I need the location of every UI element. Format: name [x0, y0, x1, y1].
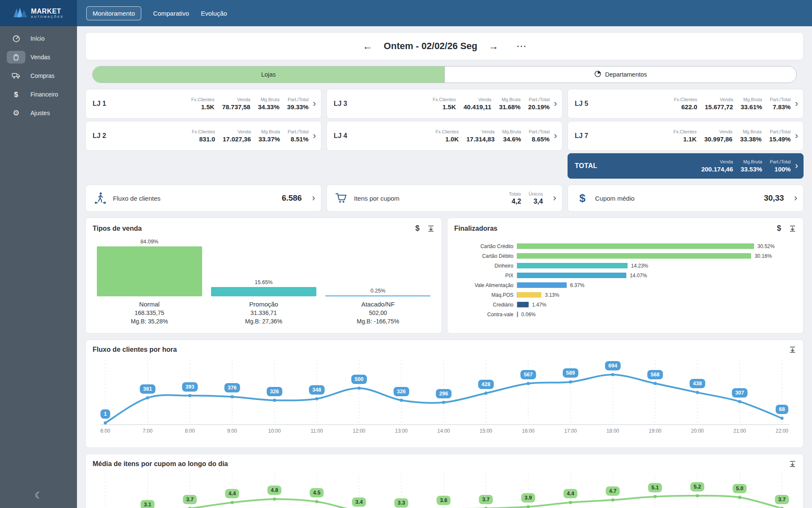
data-point-label: 694 [605, 361, 621, 370]
walking-person-icon [93, 192, 107, 204]
store-metric-label: Mg.Bruta [740, 129, 762, 134]
bar [517, 253, 751, 259]
store-name: LJ 5 [575, 100, 588, 108]
currency-toggle-icon[interactable]: $ [415, 224, 420, 233]
unicos-value: 3,4 [529, 198, 543, 205]
finalizadora-percent: 0.06% [521, 312, 536, 318]
store-metric-value: 200.174,46 [701, 166, 733, 173]
finalizadora-row-dinheiro: Dinheiro14.23% [454, 262, 796, 269]
export-icon[interactable] [789, 460, 796, 468]
data-point-label: 3.4 [352, 497, 366, 507]
data-point-label: 361 [140, 384, 156, 394]
main-content: ← Ontem - 02/02/26 Seg → ⋯ Lojas Dep [77, 26, 812, 508]
sidebar-item-label: Compras [30, 72, 55, 79]
data-point-label: 567 [521, 370, 536, 379]
sidebar-item-ajustes[interactable]: ⚙Ajustes [0, 104, 77, 122]
finalizadora-label: Dinheiro [454, 263, 517, 269]
export-icon[interactable] [789, 225, 796, 232]
data-point-label: 589 [563, 368, 579, 378]
cart-icon [335, 192, 348, 204]
store-metric-label: Mg.Bruta [499, 97, 521, 102]
data-point-label: 5.1 [648, 483, 662, 492]
currency-toggle-icon[interactable]: $ [777, 224, 781, 233]
finalizadora-row-pix: PIX14.07% [454, 272, 796, 279]
totais-value: 4,2 [509, 198, 521, 205]
brand-logo[interactable]: MARKET AUTOMAÇÕES [0, 0, 77, 26]
topbar-tab-comparativo[interactable]: Comparativo [153, 10, 189, 17]
finalizadora-percent: 1.47% [532, 302, 546, 308]
store-metric-value: 78.737,58 [222, 103, 250, 110]
more-options-button[interactable]: ⋯ [516, 41, 527, 51]
itens-por-cupom-card[interactable]: Itens por cupom Totais 4,2 Únicos 3,4 › [326, 185, 562, 212]
store-name: LJ 7 [575, 132, 588, 140]
total-card[interactable]: TOTALVenda200.174,46Mg.Bruta33.53%Part./… [568, 153, 804, 179]
gear-icon: ⚙ [7, 107, 25, 119]
bar [517, 312, 518, 317]
data-point-label: 1 [101, 409, 110, 419]
totais-label: Totais [509, 191, 521, 196]
fluxo-hora-card: Fluxo de clientes por hora 6:007:008:009… [85, 340, 804, 448]
bar [517, 282, 567, 288]
chart-title: Fluxo de clientes por hora [93, 346, 177, 353]
topbar-tab-monitoramento[interactable]: Monitoramento [86, 6, 141, 20]
prev-day-button[interactable]: ← [362, 41, 373, 51]
export-icon[interactable] [427, 225, 435, 232]
sidebar-item-label: Financeiro [30, 91, 58, 98]
cupom-medio-card[interactable]: $ Cupom médio 30,33 › [568, 185, 804, 212]
date-navigation: ← Ontem - 02/02/26 Seg → ⋯ [85, 32, 804, 60]
bar-category-label: Atacado/NF [361, 301, 395, 308]
store-name: LJ 3 [334, 100, 347, 108]
store-metric-label: Venda [705, 97, 733, 102]
data-point-label: 3.7 [479, 495, 493, 504]
bar [97, 246, 202, 296]
topbar-tab-evolucao[interactable]: Evolução [201, 10, 227, 17]
finalizadora-row-contra-vale: Contra-vale0.06% [454, 311, 796, 318]
store-metric-value: 40.419,11 [464, 103, 491, 110]
bar-value-label: 31.336,71 [250, 309, 277, 316]
brand-name: MARKET [31, 8, 64, 15]
finalizadora-row-cartao-debito: Cartão Débito30.16% [454, 253, 796, 259]
sidebar-item-compras[interactable]: Compras [0, 66, 77, 85]
store-card-lj-1[interactable]: LJ 1Fx.Clientes1.5KVenda78.737,58Mg.Brut… [85, 89, 321, 119]
store-metric-value: 33.38% [740, 135, 762, 143]
store-metric-value: 15.677,72 [705, 103, 733, 110]
chart-title: Finalizadoras [454, 225, 497, 232]
app: MARKET AUTOMAÇÕES InícioVendasCompras$Fi… [0, 0, 812, 508]
toggle-lojas[interactable]: Lojas [93, 66, 444, 83]
store-card-lj-4[interactable]: LJ 4Fx.Clientes1.0KVenda17.314,83Mg.Brut… [326, 121, 562, 151]
store-name: LJ 1 [93, 100, 106, 108]
dollar-icon: $ [7, 88, 25, 101]
bar-value-label: 502,00 [369, 309, 387, 316]
store-metric-label: Mg.Bruta [258, 97, 280, 102]
finalizadoras-chart: Cartão Crédito30.52%Cartão Débito30.16%D… [454, 243, 796, 318]
tipos-venda-chart: 84.09%Normal168.335,75Mg.B: 35,28%15.65%… [93, 233, 435, 325]
store-card-lj-5[interactable]: LJ 5Fx.Clientes622.0Venda15.677,72Mg.Bru… [568, 89, 804, 119]
svg-text:12:00: 12:00 [353, 428, 365, 434]
export-icon[interactable] [789, 346, 796, 353]
store-card-lj-3[interactable]: LJ 3Fx.Clientes1.5KVenda40.419,11Mg.Brut… [326, 89, 562, 119]
store-metric-label: Part./Total [528, 97, 550, 102]
store-metric-label: Venda [704, 129, 732, 134]
data-point-label: 3.6 [436, 496, 450, 505]
fluxo-clientes-card[interactable]: Fluxo de clientes 6.586 › [85, 185, 321, 212]
sidebar-item-financeiro[interactable]: $Financeiro [0, 85, 77, 104]
dollar-icon: $ [576, 192, 589, 205]
svg-text:15:00: 15:00 [480, 428, 492, 434]
moon-icon[interactable]: ☾ [35, 490, 42, 500]
toggle-departamentos[interactable]: Departamentos [444, 66, 797, 83]
brand-logo-icon [13, 7, 27, 19]
sidebar-item-label: Ajustes [30, 110, 50, 116]
finalizadora-row-vale-alimentacao: Vale Alimentação6.37% [454, 282, 796, 288]
bar-category-label: Normal [139, 301, 159, 308]
bar-margin-label: Mg.B: 35,28% [131, 318, 168, 325]
store-metric-label: Venda [223, 129, 251, 134]
sidebar-item-vendas[interactable]: Vendas [0, 48, 77, 66]
store-metric-value: 1.1K [673, 135, 697, 143]
store-metric-label: Part./Total [770, 159, 791, 164]
store-card-lj-2[interactable]: LJ 2Fx.Clientes831.0Venda17.027,36Mg.Bru… [85, 121, 321, 151]
store-card-lj-7[interactable]: LJ 7Fx.Clientes1.1KVenda30.997,86Mg.Brut… [568, 121, 804, 151]
sidebar-item-inicio[interactable]: Início [0, 29, 77, 48]
next-day-button[interactable]: → [488, 41, 499, 51]
truck-icon [7, 69, 25, 82]
store-metric-value: 34.6% [502, 135, 521, 143]
